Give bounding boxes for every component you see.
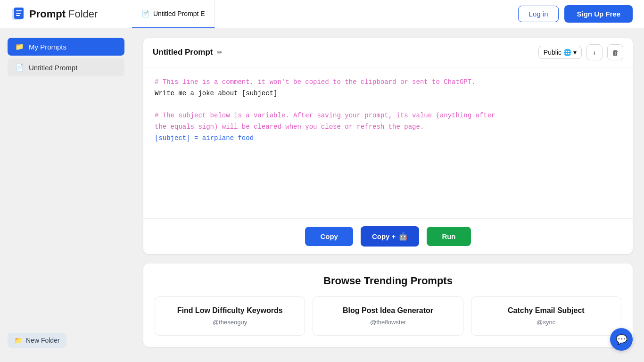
run-button[interactable]: Run (427, 227, 471, 246)
trending-card-3[interactable]: Catchy Email Subject @sync (471, 296, 621, 336)
copy-button[interactable]: Copy (305, 227, 353, 246)
signup-button[interactable]: Sign Up Free (564, 5, 633, 23)
main: Untitled Prompt ✏ Public 🌐 ▾ + 🗑 (132, 28, 644, 362)
logo[interactable]: PromptFolder (11, 7, 98, 22)
prompt-header: Untitled Prompt ✏ Public 🌐 ▾ + 🗑 (143, 38, 633, 67)
prompt-controls: Public 🌐 ▾ + 🗑 (538, 44, 623, 60)
trending-card-3-title: Catchy Email Subject (479, 306, 613, 315)
logo-icon (11, 7, 26, 22)
trending-title: Browse Trending Prompts (155, 275, 621, 287)
sidebar-item-untitled-prompt[interactable]: 📄 Untitled Prompt (8, 58, 124, 76)
document-icon-tab: 📄 (141, 10, 149, 17)
layout: 📁 My Prompts 📄 Untitled Prompt 📁 New Fol… (0, 28, 644, 362)
new-folder-icon: 📁 (14, 337, 22, 344)
trending-cards: Find Low Difficulty Keywords @theseoguy … (155, 296, 621, 336)
add-button[interactable]: + (586, 44, 603, 60)
visibility-label: Public (544, 49, 561, 56)
chat-bubble[interactable]: 💬 (610, 328, 633, 351)
document-icon: 📄 (15, 63, 24, 72)
prompt-card: Untitled Prompt ✏ Public 🌐 ▾ + 🗑 (143, 38, 633, 254)
svg-rect-3 (16, 13, 21, 14)
trending-card-1-title: Find Low Difficulty Keywords (163, 306, 297, 315)
login-button[interactable]: Log in (518, 6, 559, 22)
new-folder-label: New Folder (26, 337, 60, 344)
logo-prompt-text: Prompt (29, 8, 66, 20)
code-line-2: Write me a joke about [subject] (155, 88, 621, 99)
trash-icon: 🗑 (612, 49, 619, 57)
my-prompts-label: My Prompts (29, 43, 66, 51)
sidebar: 📁 My Prompts 📄 Untitled Prompt 📁 New Fol… (0, 28, 132, 362)
header: PromptFolder 📄 Untitled Prompt E Log in … (0, 0, 644, 28)
visibility-select[interactable]: Public 🌐 ▾ (538, 46, 582, 59)
sidebar-item-my-prompts[interactable]: 📁 My Prompts (8, 38, 124, 56)
globe-icon: 🌐 (563, 49, 571, 56)
chat-icon: 💬 (616, 334, 627, 345)
chatgpt-icon: 🤖 (398, 232, 408, 241)
trending-card-3-author: @sync (479, 319, 613, 326)
prompt-title-area: Untitled Prompt ✏ (153, 48, 223, 57)
edit-icon[interactable]: ✏ (217, 49, 223, 56)
code-line-blank (155, 99, 621, 111)
code-editor[interactable]: # This line is a comment, it won't be co… (143, 67, 633, 218)
action-bar: Copy Copy + 🤖 Run (143, 218, 633, 254)
breadcrumb-tab-label: Untitled Prompt E (153, 10, 205, 17)
svg-rect-4 (16, 15, 20, 16)
code-line-4: the equals sign) will be cleared when yo… (155, 122, 621, 133)
delete-button[interactable]: 🗑 (607, 44, 623, 60)
prompt-title: Untitled Prompt (153, 48, 213, 57)
trending-card-2-title: Blog Post Idea Generator (321, 306, 455, 315)
sidebar-top: 📁 My Prompts 📄 Untitled Prompt (8, 38, 124, 79)
sidebar-bottom: 📁 New Folder (8, 333, 124, 353)
untitled-prompt-label: Untitled Prompt (29, 64, 77, 72)
code-line-3: # The subject below is a variable. After… (155, 110, 621, 122)
trending-card-1-author: @theseoguy (163, 319, 297, 326)
logo-folder-text: Folder (68, 8, 98, 20)
trending-card-2[interactable]: Blog Post Idea Generator @theflowster (313, 296, 463, 336)
trending-card-1[interactable]: Find Low Difficulty Keywords @theseoguy (155, 296, 305, 336)
header-actions: Log in Sign Up Free (518, 5, 633, 23)
copy-plus-button[interactable]: Copy + 🤖 (361, 226, 419, 247)
copy-plus-label: Copy + (372, 232, 396, 240)
breadcrumb-tab[interactable]: 📄 Untitled Prompt E (132, 0, 215, 28)
chevron-down-icon: ▾ (573, 49, 577, 56)
trending-card-2-author: @theflowster (321, 319, 455, 326)
code-line-1: # This line is a comment, it won't be co… (155, 77, 621, 88)
new-folder-button[interactable]: 📁 New Folder (8, 333, 66, 348)
svg-rect-2 (16, 10, 22, 11)
folder-icon: 📁 (15, 42, 24, 51)
code-line-5: [subject] = airplane food (155, 133, 621, 144)
plus-icon: + (593, 49, 597, 57)
trending-section: Browse Trending Prompts Find Low Difficu… (143, 263, 633, 347)
